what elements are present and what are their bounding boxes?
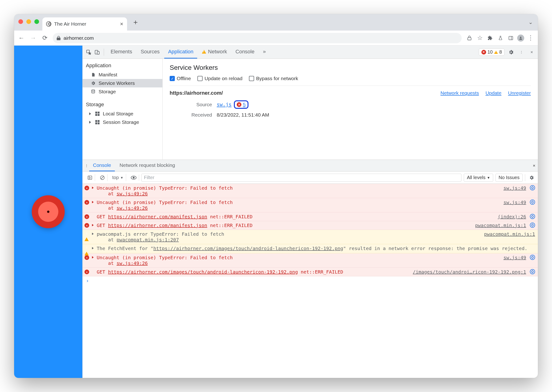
- network-requests-link[interactable]: Network requests: [441, 90, 479, 96]
- console-row[interactable]: ✕GET https://airhorner.com/manifest.json…: [83, 221, 538, 230]
- close-window-button[interactable]: [18, 19, 23, 24]
- sidebar-item-session-storage[interactable]: Session Storage: [83, 118, 162, 126]
- device-toggle-button[interactable]: [94, 49, 101, 56]
- console-row[interactable]: ✕Uncaught (in promise) TypeError: Failed…: [83, 184, 538, 198]
- forward-button[interactable]: →: [29, 34, 37, 42]
- close-tab-button[interactable]: ×: [120, 21, 123, 27]
- clear-console-button[interactable]: [97, 174, 108, 181]
- source-link[interactable]: pwacompat.min.js:1: [475, 223, 526, 228]
- update-on-reload-checkbox[interactable]: Update on reload: [197, 76, 242, 81]
- tab-elements[interactable]: Elements: [107, 46, 136, 58]
- log-levels-dropdown[interactable]: All levels ▼: [464, 174, 493, 182]
- filter-input[interactable]: Filter: [141, 174, 462, 182]
- tab-overflow-button[interactable]: ⌄: [529, 19, 533, 25]
- settings-button[interactable]: [507, 49, 515, 56]
- tab-more[interactable]: »: [259, 46, 269, 58]
- tab-sources[interactable]: Sources: [137, 46, 164, 58]
- address-bar[interactable]: airhorner.com: [53, 33, 462, 43]
- source-link[interactable]: pwacompat.min.js:1: [484, 231, 535, 237]
- tab-network[interactable]: Network: [198, 46, 231, 58]
- labs-icon[interactable]: [496, 34, 504, 42]
- console-row[interactable]: ✕GET https://airhorner.com/manifest.json…: [83, 212, 538, 221]
- menu-button[interactable]: ⋮: [527, 34, 535, 42]
- navigate-icon[interactable]: [530, 185, 535, 190]
- source-value: sw.js ✕ 5: [217, 100, 531, 109]
- context-selector[interactable]: top ▼: [110, 174, 126, 181]
- chevron-right-icon: [89, 121, 91, 124]
- navigate-icon[interactable]: [530, 255, 535, 260]
- content-area: Elements Sources Application Network Con…: [14, 46, 538, 378]
- source-link[interactable]: sw.js:49: [503, 200, 526, 205]
- airhorn-button[interactable]: [32, 195, 65, 228]
- share-icon[interactable]: [465, 34, 473, 42]
- url-link[interactable]: https://airhorner.com/manifest.json: [108, 223, 207, 228]
- drawer-close-button[interactable]: ✕: [533, 164, 536, 168]
- sw-error-count[interactable]: 5: [243, 102, 246, 107]
- inspect-button[interactable]: [85, 49, 93, 56]
- bypass-network-checkbox[interactable]: Bypass for network: [249, 76, 298, 81]
- console-row[interactable]: ✕Uncaught (in promise) TypeError: Failed…: [83, 198, 538, 212]
- source-link[interactable]: sw.js:49: [503, 255, 526, 260]
- console-row[interactable]: ✕Uncaught (in promise) TypeError: Failed…: [83, 253, 538, 268]
- sidebar-item-service-workers[interactable]: Service Workers: [83, 79, 162, 87]
- navigate-icon[interactable]: [530, 200, 535, 205]
- url-link[interactable]: https://airhorner.com/images/touch/andro…: [108, 269, 298, 275]
- drawer-tab-console[interactable]: Console: [89, 160, 115, 171]
- minimize-window-button[interactable]: [26, 19, 31, 24]
- devtools-close-button[interactable]: ✕: [528, 49, 536, 56]
- side-panel-icon[interactable]: [507, 34, 515, 42]
- console-settings-button[interactable]: [528, 175, 536, 180]
- live-expression-button[interactable]: [129, 175, 139, 181]
- error-warning-badge[interactable]: ✕ 10 8: [479, 49, 504, 56]
- source-file-link[interactable]: sw.js: [217, 102, 232, 107]
- drawer-tab-network-blocking[interactable]: Network request blocking: [116, 160, 179, 171]
- url-link[interactable]: https://airhorner.com/images/touch/andro…: [153, 245, 343, 251]
- extensions-icon[interactable]: [486, 34, 494, 42]
- console-sidebar-toggle[interactable]: [85, 174, 95, 181]
- update-link[interactable]: Update: [485, 90, 501, 96]
- sidebar-item-storage[interactable]: Storage: [83, 87, 162, 96]
- offline-checkbox[interactable]: ✓Offline: [170, 76, 191, 81]
- console-prompt[interactable]: ›: [83, 276, 538, 285]
- console-row[interactable]: pwacompat.js error TypeError: Failed to …: [83, 230, 538, 244]
- stack-link[interactable]: pwacompat.min.js:1:207: [116, 237, 179, 243]
- stack-link[interactable]: sw.js:49:26: [116, 205, 147, 211]
- sidebar-item-local-storage[interactable]: Local Storage: [83, 110, 162, 118]
- svg-point-7: [92, 90, 94, 91]
- maximize-window-button[interactable]: [34, 19, 39, 24]
- sidebar-section-storage: Storage: [83, 100, 162, 110]
- received-value: 8/23/2022, 11:51:40 AM: [217, 112, 531, 118]
- devtools-menu-button[interactable]: ⋮: [518, 49, 525, 56]
- browser-window: The Air Horner × ＋ ⌄ ← → ⟳ airhorner.com…: [14, 14, 538, 378]
- navigate-icon[interactable]: [530, 223, 535, 228]
- source-link[interactable]: (index):26: [498, 214, 526, 219]
- error-icon: ✕: [481, 50, 486, 55]
- tab-application[interactable]: Application: [164, 46, 197, 58]
- issues-button[interactable]: No Issues: [495, 174, 523, 182]
- navigate-icon[interactable]: [530, 214, 535, 219]
- navigate-icon[interactable]: [530, 269, 535, 274]
- stack-link[interactable]: sw.js:49:26: [116, 191, 147, 196]
- stack-link[interactable]: sw.js:49:26: [116, 260, 147, 266]
- new-tab-button[interactable]: ＋: [130, 17, 141, 27]
- tab-console[interactable]: Console: [232, 46, 258, 58]
- console-message: GET https://airhorner.com/images/touch/a…: [97, 269, 410, 275]
- bookmark-icon[interactable]: ☆: [476, 34, 484, 42]
- console-row[interactable]: The FetchEvent for "https://airhorner.co…: [83, 244, 538, 253]
- browser-tab[interactable]: The Air Horner ×: [42, 17, 127, 31]
- svg-rect-1: [509, 36, 513, 40]
- drawer-menu-button[interactable]: ⋮: [85, 164, 88, 168]
- sidebar-item-manifest[interactable]: Manifest: [83, 70, 162, 79]
- source-link[interactable]: /images/touch/androi…ricon-192-192.png:1: [413, 269, 526, 275]
- svg-rect-8: [88, 176, 92, 179]
- profile-button[interactable]: [517, 35, 524, 42]
- expand-icon: [92, 233, 94, 235]
- sw-error-highlight[interactable]: ✕ 5: [234, 100, 248, 109]
- unregister-link[interactable]: Unregister: [508, 90, 531, 96]
- source-link[interactable]: sw.js:49: [503, 185, 526, 191]
- back-button[interactable]: ←: [17, 34, 25, 42]
- reload-button[interactable]: ⟳: [41, 34, 49, 42]
- console-row[interactable]: ✕GET https://airhorner.com/images/touch/…: [83, 268, 538, 276]
- grid-icon: [95, 111, 100, 116]
- url-link[interactable]: https://airhorner.com/manifest.json: [108, 214, 207, 219]
